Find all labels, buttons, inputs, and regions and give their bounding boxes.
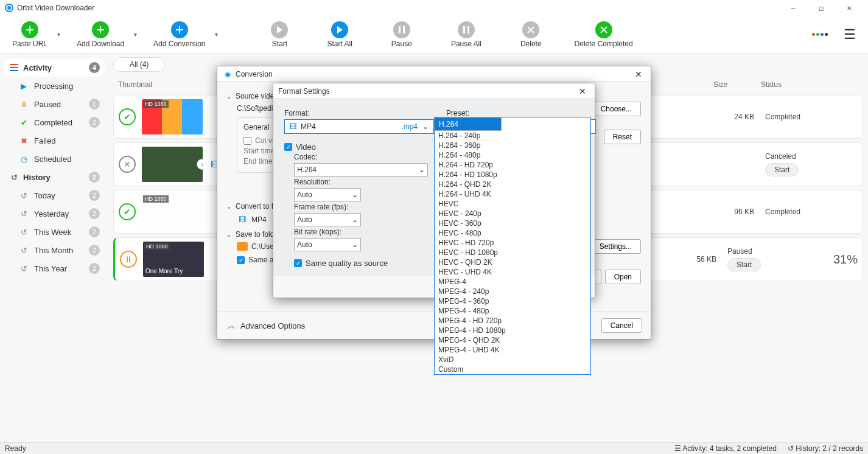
pause-all-button[interactable]: Pause All (446, 20, 486, 49)
fps-select[interactable]: Auto⌄ (294, 213, 361, 226)
preset-option[interactable]: H.264 - 360p (435, 141, 590, 150)
open-button[interactable]: Open (605, 270, 641, 284)
sidebar-paused[interactable]: ⏸Paused1 (4, 95, 105, 113)
resolution-select[interactable]: Auto⌄ (294, 188, 361, 201)
codec-select[interactable]: H.264⌄ (294, 163, 428, 176)
dialog-title-bar[interactable]: Format Settings ✕ (273, 83, 595, 99)
paste-url-button[interactable]: Paste URL (7, 20, 52, 49)
checkbox-icon: ✓ (284, 143, 292, 151)
check-icon: ✔ (119, 108, 136, 125)
status-history: ↺ History: 2 / 2 records (788, 444, 863, 453)
status-activity: ☰ Activity: 4 tasks, 2 completed (674, 444, 777, 453)
preset-option[interactable]: HEVC - HD 720p (435, 238, 590, 248)
history-icon: ↺ (18, 245, 29, 256)
advanced-options[interactable]: Advanced Options (240, 321, 305, 330)
add-conversion-button[interactable]: Add Conversion (149, 20, 210, 49)
close-button[interactable]: ✕ (575, 86, 590, 96)
add-download-button[interactable]: Add Download (72, 20, 129, 49)
sidebar-month[interactable]: ↺This Month2 (4, 241, 105, 259)
delete-completed-button[interactable]: Delete Completed (570, 20, 638, 49)
bitrate-select[interactable]: Auto⌄ (294, 238, 361, 251)
sidebar-failed[interactable]: ✖Failed (4, 131, 105, 150)
sidebar-yesterday[interactable]: ↺Yesterday2 (4, 204, 105, 223)
svg-rect-0 (399, 26, 401, 33)
preset-option[interactable]: MPEG-4 - UHD 4K (435, 345, 590, 355)
close-button[interactable]: ✕ (835, 0, 863, 16)
reset-button[interactable]: Reset (604, 130, 641, 144)
close-button[interactable]: ✕ (631, 69, 646, 79)
preset-option[interactable]: Custom (435, 365, 590, 374)
preset-option[interactable]: H.264 - UHD 4K (435, 189, 590, 199)
preset-option[interactable]: MPEG-4 (435, 277, 590, 287)
minimize-button[interactable]: ─ (779, 0, 807, 16)
preset-option[interactable]: H.264 - 240p (435, 131, 590, 141)
preset-option[interactable]: HEVC - 480p (435, 228, 590, 238)
sidebar-history[interactable]: ↺ History 2 (4, 168, 105, 186)
paste-url-dropdown[interactable]: ▾ (57, 31, 63, 38)
preset-option[interactable]: H.264 - HD 1080p (435, 170, 590, 180)
preset-option[interactable]: HEVC - QHD 2K (435, 257, 590, 267)
sidebar-completed[interactable]: ✔Completed2 (4, 113, 105, 131)
preset-option[interactable]: MPEG-4 - HD 1080p (435, 326, 590, 335)
preset-option[interactable]: HEVC - HD 1080p (435, 248, 590, 257)
status-bar: Ready ☰ Activity: 4 tasks, 2 completed ↺… (0, 442, 868, 454)
maximize-button[interactable]: ◻ (807, 0, 835, 16)
chevron-down-icon: ⌄ (226, 230, 232, 239)
pause-button[interactable]: Pause (387, 20, 417, 49)
badge: 2 (89, 117, 100, 128)
start-all-button[interactable]: Start All (322, 20, 357, 49)
format-select[interactable]: 🎞 MP4 .mp4 ⌄ (284, 119, 434, 134)
sidebar-week[interactable]: ↺This Week2 (4, 223, 105, 241)
start-button[interactable]: Start (765, 163, 799, 176)
svg-rect-1 (403, 26, 405, 33)
dialog-title-bar[interactable]: ◉ Conversion ✕ (217, 66, 651, 82)
preset-option[interactable]: H.264 (435, 117, 502, 131)
settings-button[interactable]: Settings... (590, 239, 641, 254)
add-conversion-dropdown[interactable]: ▾ (215, 31, 221, 38)
svg-rect-4 (10, 64, 18, 65)
preset-option[interactable]: XviD (435, 355, 590, 365)
plus-icon (21, 21, 38, 38)
preset-option[interactable]: H.264 - 480p (435, 150, 590, 160)
status: Canceled Start (760, 152, 858, 176)
preset-option[interactable]: MPEG-4 - HD 720p (435, 316, 590, 326)
history-icon: ↺ (18, 208, 29, 219)
preset-option[interactable]: HEVC - 360p (435, 218, 590, 228)
sidebar-today[interactable]: ↺Today2 (4, 186, 105, 204)
preset-option[interactable]: HEVC (435, 199, 590, 209)
checkbox-icon (243, 137, 251, 145)
film-icon: 🎞 (237, 214, 248, 225)
preset-option[interactable]: MPEG-4 - QHD 2K (435, 335, 590, 345)
scope-all-button[interactable]: All (4) (113, 57, 165, 72)
badge: 1 (89, 99, 100, 110)
film-icon: 🎞 (287, 121, 298, 132)
sidebar-activity[interactable]: Activity 4 (4, 58, 105, 77)
clock-icon: ◷ (18, 153, 29, 164)
preset-option[interactable]: MPEG-4 - 240p (435, 287, 590, 296)
start-button[interactable]: Start (727, 258, 761, 271)
size: 24 KB (718, 113, 754, 121)
sidebar-processing[interactable]: ▶Processing (4, 77, 105, 95)
preset-dropdown-list[interactable]: H.264H.264 - 240pH.264 - 360pH.264 - 480… (434, 117, 591, 375)
thumbnail: HD 1080 (142, 194, 203, 229)
checkbox-icon: ✓ (294, 259, 302, 267)
play-icon (271, 21, 288, 38)
menu-button[interactable]: ☰ (839, 27, 861, 43)
chevron-up-icon[interactable]: ︽ (226, 320, 237, 331)
preset-option[interactable]: H.264 - HD 720p (435, 160, 590, 170)
chevron-right-icon[interactable]: › (197, 159, 203, 170)
preset-option[interactable]: HEVC - 240p (435, 209, 590, 218)
cancel-button[interactable]: Cancel (601, 318, 642, 333)
chevron-down-icon: ⌄ (226, 92, 232, 100)
sidebar: Activity 4 ▶Processing ⏸Paused1 ✔Complet… (0, 54, 108, 443)
sidebar-scheduled[interactable]: ◷Scheduled (4, 150, 105, 168)
preset-option[interactable]: HEVC - UHD 4K (435, 267, 590, 277)
delete-button[interactable]: Delete (516, 20, 547, 49)
sidebar-year[interactable]: ↺This Year2 (4, 259, 105, 278)
preset-option[interactable]: MPEG-4 - 480p (435, 306, 590, 316)
preset-option[interactable]: H.264 - QHD 2K (435, 180, 590, 189)
start-button[interactable]: Start (266, 20, 293, 49)
preset-option[interactable]: MPEG-4 - 360p (435, 296, 590, 306)
add-download-dropdown[interactable]: ▾ (134, 31, 140, 38)
choose-button[interactable]: Choose... (592, 102, 641, 116)
